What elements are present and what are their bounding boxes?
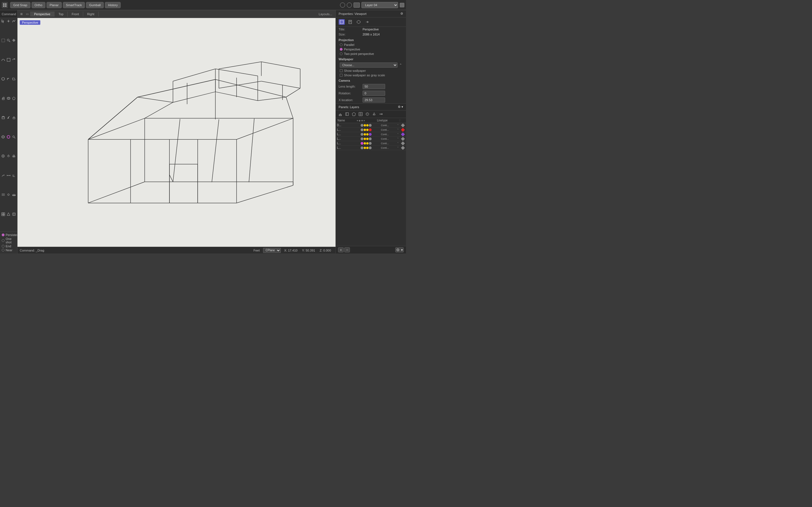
one-shot-option[interactable]: One shot xyxy=(2,237,15,244)
perspective-radio-dot[interactable] xyxy=(340,48,343,51)
two-point-radio-dot[interactable] xyxy=(340,52,343,55)
layer-mat-dot[interactable] xyxy=(369,133,371,136)
layer-row[interactable]: L... Conti... ⌃ xyxy=(336,141,406,146)
layers-icon-6[interactable] xyxy=(371,112,377,117)
texture-tool[interactable] xyxy=(1,212,6,217)
viewport-icon-btn[interactable] xyxy=(339,19,345,25)
layer-vis-dot[interactable] xyxy=(361,147,363,149)
layer-mat-dot[interactable] xyxy=(369,137,371,140)
lens-length-input[interactable] xyxy=(363,84,385,89)
sun-tool[interactable] xyxy=(6,192,11,198)
layer-settings-button[interactable]: ⚙ ▾ xyxy=(395,247,404,252)
add-layer-button[interactable]: + xyxy=(338,247,344,252)
layer-lock-dot[interactable] xyxy=(364,129,366,131)
layer-linetype-arrow[interactable]: ⌃ xyxy=(397,137,400,140)
select-tool[interactable] xyxy=(1,18,6,24)
offset-tool[interactable] xyxy=(6,154,11,159)
one-shot-radio[interactable] xyxy=(2,239,4,242)
end-option[interactable]: End xyxy=(2,244,15,248)
window-button[interactable] xyxy=(400,3,404,7)
grid-snap-button[interactable]: Grid Snap xyxy=(10,2,31,8)
lock-tool[interactable] xyxy=(11,115,17,120)
layer-selector[interactable]: Layer 04 xyxy=(361,2,398,8)
layers-settings-icon[interactable]: ⚙ ▾ xyxy=(398,105,403,109)
layer-mat-dot[interactable] xyxy=(369,124,371,127)
car-tool[interactable] xyxy=(11,192,17,198)
layer-vis-dot[interactable] xyxy=(361,133,363,136)
fillet-tool[interactable] xyxy=(6,76,11,82)
layers-icon-1[interactable] xyxy=(338,112,343,117)
layer-lock-dot[interactable] xyxy=(364,147,366,149)
array-tool[interactable] xyxy=(1,154,6,159)
viewport[interactable]: Perspective xyxy=(17,18,336,247)
project-tool[interactable] xyxy=(11,154,17,159)
tab-top[interactable]: Top xyxy=(54,11,68,17)
cplane-selector[interactable]: CPlane xyxy=(263,248,281,253)
parallel-radio-row[interactable]: Parallel xyxy=(336,43,406,47)
wallpaper-select[interactable]: Choose... xyxy=(340,62,398,68)
show-wallpaper-checkbox[interactable]: Show wallpaper xyxy=(336,68,406,73)
layer-color-dot[interactable] xyxy=(366,124,368,126)
x-location-input[interactable] xyxy=(363,98,385,103)
wallpaper-chevron[interactable]: ⌃ xyxy=(399,63,402,67)
page-icon-btn[interactable] xyxy=(347,19,353,25)
layer-vis-dot[interactable] xyxy=(361,124,363,127)
remove-layer-button[interactable]: − xyxy=(344,247,350,252)
dimension-tool[interactable]: T xyxy=(11,173,17,178)
measure-tool[interactable] xyxy=(6,173,11,178)
history-button[interactable]: History xyxy=(105,2,121,8)
layers-icon-5[interactable]: ? xyxy=(364,112,370,117)
layer-row[interactable]: L... Conti... ⌃ xyxy=(336,146,406,150)
search-tool[interactable] xyxy=(11,134,17,139)
layer-row[interactable]: L... Conti... ⌃ xyxy=(336,132,406,136)
layer-color-dot[interactable] xyxy=(366,147,368,149)
analyze-tool[interactable] xyxy=(1,173,6,178)
layers-icon-7[interactable] xyxy=(378,112,384,117)
circle-tool[interactable] xyxy=(1,76,6,82)
layer-linetype-arrow[interactable]: ⌃ xyxy=(397,142,400,145)
circle-icon-1[interactable] xyxy=(340,3,345,8)
near-option[interactable]: Near xyxy=(2,248,15,252)
hatch-tool[interactable] xyxy=(1,192,6,198)
arrow-icon-btn[interactable] xyxy=(364,19,370,25)
layer-lock-dot[interactable] xyxy=(364,133,366,135)
show-wallpaper-gray-cb[interactable] xyxy=(340,74,343,76)
gumball-button[interactable]: Gumball xyxy=(86,2,104,8)
persistent-radio[interactable] xyxy=(2,233,4,236)
layers-icon-2[interactable] xyxy=(344,112,350,117)
layer-vis-dot[interactable] xyxy=(361,137,363,140)
parallel-radio-dot[interactable] xyxy=(340,43,343,46)
polyline-tool[interactable] xyxy=(11,18,17,24)
near-radio[interactable] xyxy=(2,249,4,251)
layer-row[interactable]: L... Conti... ⌃ xyxy=(336,136,406,141)
show-wallpaper-gray-checkbox[interactable]: Show wallpaper as gray scale xyxy=(336,73,406,77)
end-radio[interactable] xyxy=(2,245,4,247)
rotation-input[interactable] xyxy=(363,91,385,96)
layouts-button[interactable]: Layouts... xyxy=(316,12,335,16)
circle-icon-2[interactable] xyxy=(347,3,352,8)
tab-rect-icon[interactable]: ▭ xyxy=(24,12,30,16)
planar-button[interactable]: Planar xyxy=(47,2,62,8)
tab-right[interactable]: Right xyxy=(83,11,99,17)
layer-linetype-arrow[interactable]: ⌃ xyxy=(397,124,400,126)
transform-tool[interactable] xyxy=(11,212,17,217)
pan-tool[interactable] xyxy=(11,38,17,43)
layer-row[interactable]: D... Conti... ⌃ xyxy=(336,123,406,128)
layers-icon-4[interactable] xyxy=(358,112,363,117)
rect-select-tool[interactable] xyxy=(1,38,6,43)
layer-lock-dot[interactable] xyxy=(364,142,366,145)
layer-lock-dot[interactable] xyxy=(364,124,366,126)
rotate-tool[interactable] xyxy=(11,57,17,62)
color-wheel-tool[interactable] xyxy=(6,134,11,139)
settings-icon[interactable]: ⚙ xyxy=(400,12,403,15)
command-input[interactable]: Command xyxy=(0,10,17,18)
smarttrack-button[interactable]: SmartTrack xyxy=(63,2,85,8)
layer-mat-dot[interactable] xyxy=(369,147,371,149)
trim-tool[interactable] xyxy=(6,57,11,62)
layer-row[interactable]: L... Conti... ⌃ xyxy=(336,128,406,132)
layer-color-dot[interactable] xyxy=(366,138,368,140)
layer-color-dot[interactable] xyxy=(366,142,368,145)
layer-mat-dot[interactable] xyxy=(369,128,371,131)
layer-lock-dot[interactable] xyxy=(364,138,366,140)
layer-color-dot[interactable] xyxy=(366,129,368,131)
